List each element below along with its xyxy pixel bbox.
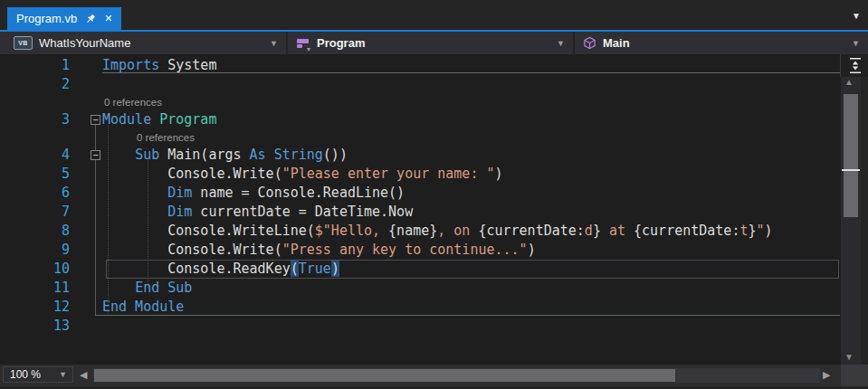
line-number: 8	[0, 222, 70, 241]
code-row: 1Imports System	[0, 56, 841, 75]
codelens-row: 0 references	[0, 94, 841, 110]
code-area: 1Imports System20 references3−Module Pro…	[0, 56, 841, 336]
scroll-down-icon[interactable]: ▼	[844, 352, 854, 362]
project-dropdown[interactable]: VB WhatIsYourName ▼	[5, 32, 288, 54]
code-row: 10 Console.ReadKey(True)	[0, 260, 841, 279]
line-number: 2	[0, 75, 70, 94]
code-row: 11 End Sub	[0, 279, 841, 298]
codelens-references[interactable]: 0 references	[102, 94, 162, 110]
code-line-text[interactable]: End Module	[102, 298, 184, 317]
member-dropdown-label: Main	[603, 36, 630, 50]
chevron-down-icon[interactable]: ▼	[852, 39, 860, 48]
code-row: 3−Module Program	[0, 110, 841, 129]
vertical-scrollbar-thumb[interactable]	[844, 94, 858, 217]
member-dropdown[interactable]: Main ▼	[575, 32, 868, 54]
type-dropdown[interactable]: ▾ Program ▼	[288, 32, 575, 54]
tab-program-vb[interactable]: Program.vb ✕	[7, 7, 121, 30]
tab-bar: Program.vb ✕ ▼	[0, 0, 868, 30]
scroll-left-icon[interactable]: ◀	[80, 369, 87, 381]
code-row: 5 Console.Write("Please enter your name:…	[0, 165, 841, 184]
splitter-handle-icon[interactable]	[840, 54, 868, 77]
code-row: 12End Module	[0, 298, 841, 317]
type-dropdown-label: Program	[317, 36, 365, 50]
caret-position-marker	[842, 169, 860, 171]
close-icon[interactable]: ✕	[104, 14, 112, 24]
code-row: 2	[0, 75, 841, 94]
code-line-text[interactable]: Dim name = Console.ReadLine()	[102, 184, 405, 203]
line-number: 11	[0, 279, 70, 298]
code-row: 8 Console.WriteLine($"Hello, {name}, on …	[0, 222, 841, 241]
codelens-row: 0 references	[0, 129, 841, 146]
vs-editor-window: Program.vb ✕ ▼ VB WhatIsYourName ▼	[0, 0, 868, 389]
pin-icon[interactable]	[85, 14, 96, 24]
project-dropdown-label: WhatIsYourName	[39, 36, 130, 50]
tab-title: Program.vb	[16, 12, 77, 25]
scroll-up-icon[interactable]: ▲	[844, 77, 854, 87]
code-editor[interactable]: 1Imports System20 references3−Module Pro…	[0, 54, 868, 365]
module-icon: ▾	[296, 36, 310, 51]
line-number: 12	[0, 298, 70, 317]
code-line-text[interactable]: End Sub	[102, 279, 192, 298]
line-number: 1	[0, 56, 70, 75]
scrollbar-corner	[841, 365, 868, 386]
code-line-text[interactable]: Console.ReadKey(True)	[102, 260, 339, 279]
chevron-down-icon[interactable]: ▼	[557, 39, 565, 48]
code-row: 4− Sub Main(args As String())	[0, 146, 841, 165]
code-row: 9 Console.Write("Press any key to contin…	[0, 241, 841, 260]
zoom-level-dropdown[interactable]: 100 % ▼	[3, 366, 73, 383]
chevron-down-icon[interactable]: ▼	[59, 370, 72, 379]
code-row: 6 Dim name = Console.ReadLine()	[0, 184, 841, 203]
tab-overflow-icon[interactable]: ▼	[852, 11, 861, 21]
code-row: 7 Dim currentDate = DateTime.Now	[0, 203, 841, 222]
code-line-text[interactable]: Imports System	[102, 56, 216, 75]
code-row: 13	[0, 317, 841, 336]
line-number: 6	[0, 184, 70, 203]
horizontal-scroll-bar: 100 % ▼ ◀ ▶	[0, 365, 868, 386]
zoom-level-value: 100 %	[4, 368, 41, 381]
code-line-text[interactable]: Dim currentDate = DateTime.Now	[102, 203, 413, 222]
method-icon	[583, 36, 596, 50]
chevron-down-icon[interactable]: ▼	[270, 39, 278, 48]
navigation-bar: VB WhatIsYourName ▼ ▾ Program ▼ Mai	[0, 32, 868, 54]
line-number: 3	[0, 110, 70, 129]
code-line-text[interactable]: Console.Write("Please enter your name: "…	[102, 165, 503, 184]
line-number: 7	[0, 203, 70, 222]
line-number: 10	[0, 260, 70, 279]
code-line-text[interactable]: Console.WriteLine($"Hello, {name}, on {c…	[102, 222, 773, 241]
line-number: 4	[0, 146, 70, 165]
line-number: 5	[0, 165, 70, 184]
collapse-toggle-icon[interactable]: −	[91, 115, 100, 125]
line-number: 13	[0, 317, 70, 336]
code-line-text[interactable]: Console.Write("Press any key to continue…	[102, 241, 536, 260]
line-number: 9	[0, 241, 70, 260]
codelens-references[interactable]: 0 references	[102, 129, 195, 146]
editor-right-edge	[861, 54, 868, 365]
collapse-toggle-icon[interactable]: −	[91, 150, 100, 160]
vb-file-icon: VB	[14, 36, 33, 50]
horizontal-scrollbar-thumb[interactable]	[94, 369, 675, 382]
code-line-text[interactable]: Sub Main(args As String())	[102, 146, 348, 165]
code-line-text[interactable]: Module Program	[102, 110, 216, 129]
scroll-right-icon[interactable]: ▶	[823, 369, 830, 381]
